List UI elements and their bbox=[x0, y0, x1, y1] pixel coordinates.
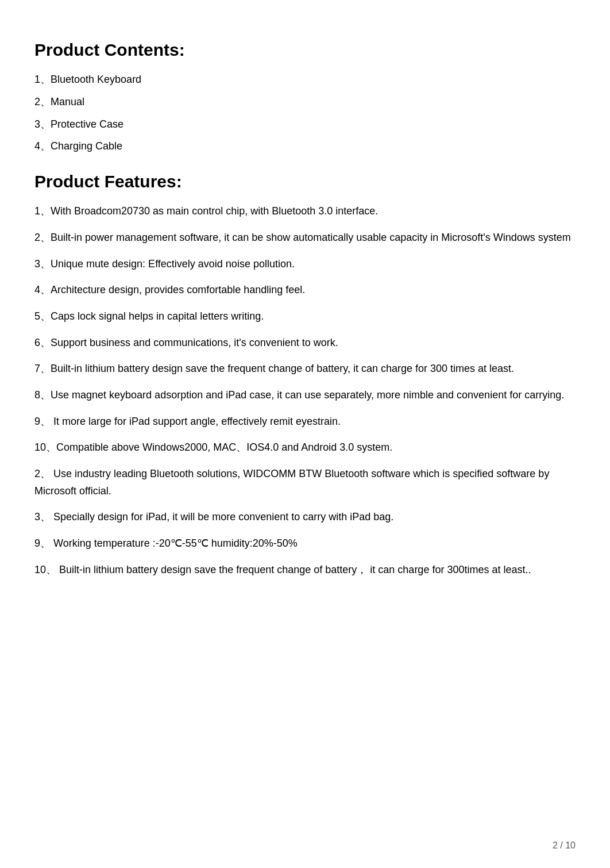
item-number: 8、 bbox=[34, 389, 51, 401]
item-number: 3、 bbox=[34, 258, 51, 270]
features-section: Product Features: 1、With Broadcom20730 a… bbox=[34, 172, 576, 578]
list-item: 1、With Broadcom20730 as main control chi… bbox=[34, 203, 576, 220]
list-item: 6、Support business and communications, i… bbox=[34, 335, 576, 352]
item-text: Charging Cable bbox=[51, 140, 122, 152]
contents-section: Product Contents: 1、Bluetooth Keyboard 2… bbox=[34, 40, 576, 155]
item-text: Bluetooth Keyboard bbox=[51, 74, 141, 85]
item-number: 2、 bbox=[34, 96, 51, 107]
item-number: 5、 bbox=[34, 310, 51, 322]
list-item: 4、Charging Cable bbox=[34, 138, 576, 155]
item-text: Specially design for iPad, it will be mo… bbox=[51, 511, 393, 523]
contents-heading: Product Contents: bbox=[34, 40, 576, 60]
list-item: 2、 Use industry leading Bluetooth soluti… bbox=[34, 466, 576, 500]
list-item: 1、Bluetooth Keyboard bbox=[34, 71, 576, 88]
item-text: Unique mute design: Effectively avoid no… bbox=[51, 258, 295, 270]
item-text: Use industry leading Bluetooth solutions… bbox=[34, 468, 549, 497]
list-item: 4、Architecture design, provides comforta… bbox=[34, 282, 576, 299]
item-number: 10、 bbox=[34, 441, 56, 453]
item-text: Architecture design, provides comfortabl… bbox=[51, 284, 305, 295]
item-number: 3、 bbox=[34, 511, 51, 523]
item-text: Working temperature :-20℃-55℃ humidity:2… bbox=[51, 537, 298, 549]
list-item: 9、 It more large for iPad support angle,… bbox=[34, 413, 576, 431]
list-item: 2、Manual bbox=[34, 94, 576, 110]
list-item: 3、Protective Case bbox=[34, 116, 576, 133]
item-text: Built-in lithium battery design save the… bbox=[51, 363, 514, 374]
item-number: 3、 bbox=[34, 118, 51, 130]
features-heading: Product Features: bbox=[34, 172, 576, 191]
item-text: Built-in power management software, it c… bbox=[51, 232, 571, 243]
item-number: 4、 bbox=[34, 284, 51, 295]
item-number: 9、 bbox=[34, 416, 51, 427]
item-text: Caps lock signal helps in capital letter… bbox=[51, 310, 264, 322]
list-item: 10、 Built-in lithium battery design save… bbox=[34, 562, 576, 579]
item-number: 10、 bbox=[34, 564, 56, 575]
list-item: 2、Built-in power management software, it… bbox=[34, 229, 576, 247]
item-text: Compatible above Windows2000, MAC、IOS4.0… bbox=[56, 441, 392, 453]
item-number: 2、 bbox=[34, 468, 51, 479]
list-item: 9、 Working temperature :-20℃-55℃ humidit… bbox=[34, 535, 576, 552]
list-item: 3、Unique mute design: Effectively avoid … bbox=[34, 256, 576, 273]
item-number: 9、 bbox=[34, 537, 51, 549]
item-text: Built-in lithium battery design save the… bbox=[56, 564, 531, 575]
contents-list: 1、Bluetooth Keyboard 2、Manual 3、Protecti… bbox=[34, 71, 576, 155]
item-text: Manual bbox=[51, 96, 84, 107]
item-number: 1、 bbox=[34, 205, 51, 217]
list-item: 8、Use magnet keyboard adsorption and iPa… bbox=[34, 387, 576, 404]
list-item: 10、Compatible above Windows2000, MAC、IOS… bbox=[34, 439, 576, 456]
list-item: 7、Built-in lithium battery design save t… bbox=[34, 360, 576, 378]
item-text: Use magnet keyboard adsorption and iPad … bbox=[51, 389, 564, 401]
features-list: 1、With Broadcom20730 as main control chi… bbox=[34, 203, 576, 578]
item-text: It more large for iPad support angle, ef… bbox=[51, 416, 341, 427]
item-text: Protective Case bbox=[51, 118, 123, 130]
item-number: 2、 bbox=[34, 232, 51, 243]
item-text: Support business and communications, it'… bbox=[51, 337, 338, 348]
item-number: 4、 bbox=[34, 140, 51, 152]
list-item: 5、Caps lock signal helps in capital lett… bbox=[34, 308, 576, 325]
item-number: 1、 bbox=[34, 74, 51, 85]
item-text: With Broadcom20730 as main control chip,… bbox=[51, 205, 378, 217]
list-item: 3、 Specially design for iPad, it will be… bbox=[34, 509, 576, 526]
item-number: 7、 bbox=[34, 363, 51, 374]
page-number: 2 / 10 bbox=[553, 840, 576, 851]
item-number: 6、 bbox=[34, 337, 51, 348]
